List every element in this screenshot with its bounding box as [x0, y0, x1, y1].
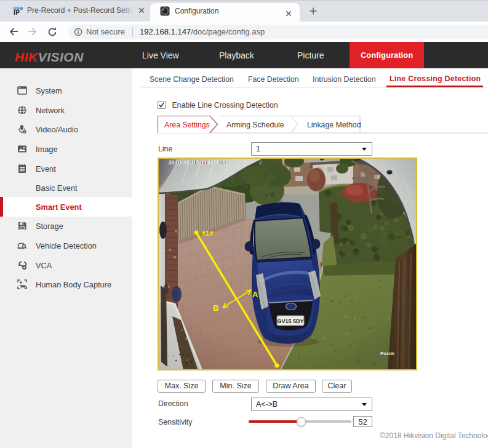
svg-text:31-03-2019 Sun 10:36:51: 31-03-2019 Sun 10:36:51: [169, 159, 228, 166]
svg-text:Porch: Porch: [380, 351, 394, 356]
svg-text:B: B: [213, 303, 218, 313]
svg-text:Area Settings: Area Settings: [164, 121, 210, 129]
svg-text:#1#: #1#: [202, 230, 213, 237]
svg-text:Linkage Method: Linkage Method: [307, 121, 361, 129]
svg-text:A: A: [252, 290, 258, 299]
svg-text:Arming Schedule: Arming Schedule: [226, 121, 284, 129]
